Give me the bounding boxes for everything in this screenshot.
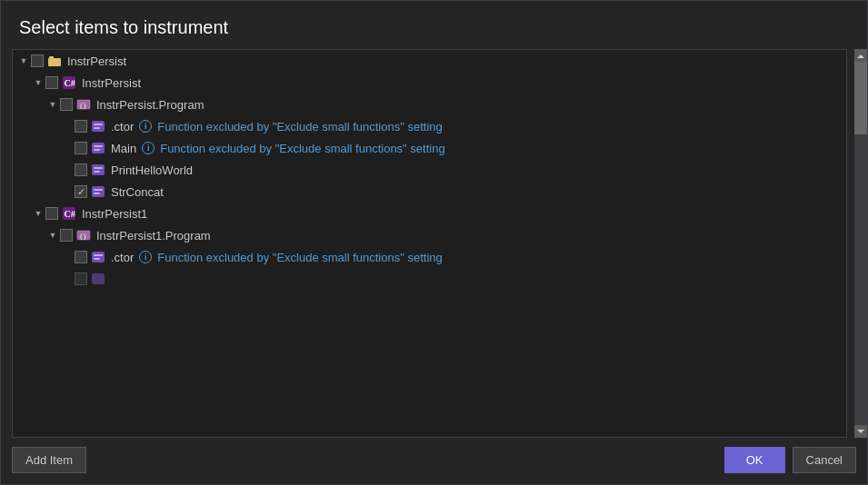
checkbox[interactable] bbox=[75, 251, 87, 263]
item-label: InstrPersist.Program bbox=[96, 98, 204, 112]
tree-row[interactable]: {} InstrPersist1.Program bbox=[13, 224, 846, 246]
tree-row[interactable]: {} InstrPersist.Program bbox=[13, 94, 846, 115]
method-icon bbox=[91, 184, 105, 199]
checkbox[interactable] bbox=[31, 54, 44, 67]
scroll-up-button[interactable] bbox=[854, 49, 867, 62]
checkbox[interactable] bbox=[75, 185, 87, 198]
project-icon bbox=[47, 54, 62, 68]
dialog-title: Select items to instrument bbox=[1, 1, 867, 49]
csharp-project-icon: C# bbox=[62, 206, 76, 221]
checkbox[interactable] bbox=[45, 76, 58, 89]
scrollbar[interactable] bbox=[854, 49, 867, 438]
svg-rect-14 bbox=[94, 167, 103, 169]
svg-text:C#: C# bbox=[65, 78, 75, 88]
excluded-link[interactable]: Function excluded by "Exclude small func… bbox=[160, 142, 444, 155]
expander-icon[interactable] bbox=[45, 97, 60, 112]
svg-rect-11 bbox=[94, 145, 103, 147]
method-icon bbox=[91, 141, 105, 155]
checkbox[interactable] bbox=[75, 142, 87, 154]
info-icon: i bbox=[142, 142, 155, 154]
svg-rect-18 bbox=[94, 193, 100, 194]
tree-row[interactable]: InstrPersist bbox=[13, 50, 846, 72]
tree-row[interactable]: .ctor i Function excluded by "Exclude sm… bbox=[13, 115, 846, 137]
svg-rect-16 bbox=[92, 186, 105, 197]
expander-icon[interactable] bbox=[31, 206, 45, 221]
expander-icon[interactable] bbox=[45, 228, 60, 242]
tree-row[interactable]: .ctor i Function excluded by "Exclude sm… bbox=[13, 246, 846, 268]
svg-rect-17 bbox=[94, 189, 103, 191]
dialog-body: InstrPersist C# InstrPersist bbox=[1, 49, 867, 438]
checkbox[interactable] bbox=[60, 98, 73, 111]
svg-rect-24 bbox=[94, 254, 103, 256]
tree-row[interactable]: PrintHelloWorld bbox=[13, 159, 846, 181]
tree-row[interactable]: StrConcat bbox=[13, 181, 846, 203]
item-label: StrConcat bbox=[111, 185, 164, 199]
method-icon bbox=[91, 272, 105, 286]
checkbox[interactable] bbox=[75, 163, 87, 176]
svg-rect-7 bbox=[92, 121, 105, 132]
svg-rect-13 bbox=[92, 164, 105, 175]
item-label: InstrPersist1.Program bbox=[96, 229, 211, 242]
item-label: Main bbox=[111, 142, 136, 155]
item-label: InstrPersist1 bbox=[82, 207, 147, 221]
svg-rect-25 bbox=[94, 258, 100, 260]
tree-row[interactable]: Main i Function excluded by "Exclude sma… bbox=[13, 137, 846, 159]
svg-text:{}: {} bbox=[79, 103, 86, 110]
excluded-link[interactable]: Function excluded by "Exclude small func… bbox=[157, 120, 442, 134]
item-label: PrintHelloWorld bbox=[111, 163, 193, 177]
expander-icon[interactable] bbox=[16, 54, 31, 68]
footer-buttons: OK Cancel bbox=[724, 447, 856, 473]
checkbox[interactable] bbox=[45, 207, 58, 220]
svg-rect-15 bbox=[94, 171, 100, 173]
expander-icon[interactable] bbox=[31, 75, 45, 90]
excluded-link[interactable]: Function excluded by "Exclude small func… bbox=[157, 251, 442, 264]
namespace-icon: {} bbox=[76, 97, 91, 112]
tree-row[interactable]: C# InstrPersist1 bbox=[13, 203, 846, 224]
cancel-button[interactable]: Cancel bbox=[793, 447, 856, 473]
checkbox[interactable] bbox=[60, 229, 73, 242]
tree-row[interactable] bbox=[13, 268, 846, 290]
svg-rect-23 bbox=[92, 252, 105, 262]
item-label: InstrPersist bbox=[67, 54, 126, 68]
tree-container[interactable]: InstrPersist C# InstrPersist bbox=[12, 49, 847, 438]
item-label: .ctor bbox=[111, 251, 134, 264]
dialog: Select items to instrument InstrPersist bbox=[0, 0, 868, 485]
item-label: .ctor bbox=[111, 120, 134, 134]
namespace-icon: {} bbox=[76, 228, 91, 242]
method-icon bbox=[91, 250, 105, 264]
csharp-project-icon: C# bbox=[62, 75, 76, 90]
checkbox[interactable] bbox=[75, 120, 87, 133]
svg-text:{}: {} bbox=[79, 233, 86, 241]
method-icon bbox=[91, 119, 105, 134]
method-icon bbox=[91, 163, 105, 177]
add-item-button[interactable]: Add Item bbox=[12, 447, 86, 473]
svg-rect-9 bbox=[94, 127, 100, 129]
checkbox[interactable] bbox=[75, 272, 87, 285]
item-label: InstrPersist bbox=[82, 76, 141, 90]
svg-text:C#: C# bbox=[65, 209, 75, 219]
tree-row[interactable]: C# InstrPersist bbox=[13, 72, 846, 94]
svg-rect-12 bbox=[94, 149, 100, 151]
svg-rect-2 bbox=[48, 58, 61, 66]
svg-rect-26 bbox=[92, 273, 105, 284]
ok-button[interactable]: OK bbox=[724, 447, 785, 473]
scroll-track[interactable] bbox=[854, 62, 867, 425]
svg-rect-8 bbox=[94, 124, 103, 125]
dialog-footer: Add Item OK Cancel bbox=[1, 438, 867, 484]
info-icon: i bbox=[139, 251, 152, 263]
scroll-thumb[interactable] bbox=[854, 62, 867, 134]
scroll-down-button[interactable] bbox=[854, 425, 867, 438]
svg-rect-10 bbox=[92, 143, 105, 153]
info-icon: i bbox=[139, 120, 152, 133]
